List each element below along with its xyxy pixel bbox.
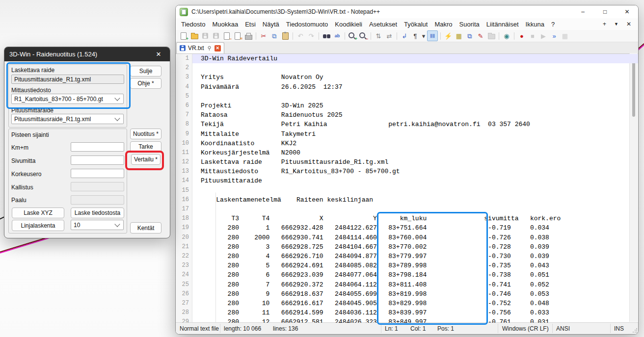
editor[interactable]: 13D-Win Raidevertailu23Yritys Novatron O… bbox=[176, 54, 638, 323]
laske-tiedostosta-button[interactable]: Laske tiedostosta bbox=[71, 207, 124, 218]
menu-työkalut[interactable]: Työkalut bbox=[401, 20, 431, 29]
editor-line[interactable]: 16 Laskentamenetelmä Raiteen keskilinjaa… bbox=[176, 195, 638, 205]
menu-tiedostomuoto[interactable]: Tiedostomuoto bbox=[283, 20, 332, 29]
laske-xyz-button[interactable]: Laske XYZ bbox=[12, 207, 64, 218]
linjalaskenta-count-combo[interactable]: 10 bbox=[71, 220, 124, 230]
editor-line[interactable]: 13D-Win Raidevertailu bbox=[176, 54, 638, 63]
status-eol[interactable]: Windows (CR LF) bbox=[502, 323, 549, 334]
run-macro-multiple-icon[interactable]: » bbox=[549, 31, 559, 41]
open-folder-icon[interactable] bbox=[189, 31, 199, 41]
editor-line[interactable]: 20 280 2000 6662930.741 2484114.460 83+7… bbox=[176, 233, 638, 242]
editor-line[interactable]: 3Yritys Novatron Oy bbox=[176, 73, 638, 82]
close-all-documents-icon[interactable]: = bbox=[233, 31, 242, 41]
editor-line[interactable]: 2 bbox=[176, 63, 638, 73]
menu-suorita[interactable]: Suorita bbox=[456, 20, 483, 29]
sivumitta-input[interactable] bbox=[71, 156, 124, 165]
file-browser-icon[interactable] bbox=[486, 31, 496, 41]
close-doc-icon[interactable]: ✕ bbox=[626, 21, 631, 27]
editor-line[interactable]: 4Päivämäärä 26.6.2025 12:37 bbox=[176, 82, 638, 92]
status-ins[interactable]: INS bbox=[614, 323, 624, 334]
editor-line[interactable]: 11Korkeusjärjestelmä N2000 bbox=[176, 148, 638, 157]
editor-line[interactable]: 29 280 12 6662912.581 2484026.323 83+849… bbox=[176, 317, 638, 323]
korkeusero-input[interactable] bbox=[71, 169, 124, 178]
cut-icon[interactable]: ✂ bbox=[259, 31, 268, 41]
save-all-icon[interactable] bbox=[211, 31, 221, 41]
paste-icon[interactable] bbox=[280, 31, 290, 41]
resize-grip[interactable] bbox=[632, 328, 637, 333]
menu-näytä[interactable]: Näytä bbox=[259, 20, 283, 29]
editor-line[interactable]: 19 280 1 6662932.428 2484122.627 83+751.… bbox=[176, 223, 638, 233]
editor-line[interactable]: 27 280 10 6662916.617 2484045.905 83+829… bbox=[176, 299, 638, 308]
menu-muokkaa[interactable]: Muokkaa bbox=[209, 20, 242, 29]
status-encoding[interactable]: ANSI bbox=[556, 323, 570, 334]
menu-liitännäiset[interactable]: Liitännäiset bbox=[483, 20, 522, 29]
menu-help[interactable]: ? bbox=[548, 20, 558, 29]
editor-line[interactable]: 13Mittaustiedosto R1_Kartoitus_83+700 - … bbox=[176, 167, 638, 176]
km-m-input[interactable] bbox=[71, 142, 124, 152]
doc-list-dropdown-icon[interactable]: ▼ bbox=[614, 22, 618, 26]
editor-line[interactable]: 21 280 3 6662928.725 2484104.667 83+770.… bbox=[176, 242, 638, 252]
new-tab-icon[interactable]: + bbox=[603, 21, 606, 27]
tarke-button[interactable]: Tarke bbox=[130, 141, 161, 152]
minimize-button[interactable]: – bbox=[572, 5, 594, 18]
dialog-close-icon[interactable]: ✕ bbox=[152, 51, 165, 58]
show-symbols-dropdown-icon[interactable]: ▾ bbox=[421, 31, 426, 41]
view-eye-icon[interactable]: ◉ bbox=[502, 31, 511, 41]
editor-line[interactable]: 15 bbox=[176, 186, 638, 195]
menu-asetukset[interactable]: Asetukset bbox=[366, 20, 401, 29]
linjalaskenta-button[interactable]: Linjalaskenta bbox=[12, 220, 64, 231]
function-list-icon[interactable]: ▦ bbox=[454, 31, 464, 41]
menu-etsi[interactable]: Etsi bbox=[242, 20, 259, 29]
editor-line[interactable]: 12Laskettava raide Pituusmittausraide_R1… bbox=[176, 157, 638, 167]
editor-line[interactable]: 14Pituusmittaraide bbox=[176, 176, 638, 185]
folder-as-workspace-icon[interactable]: ⧉ bbox=[465, 31, 475, 41]
word-wrap-icon[interactable]: ↲ bbox=[400, 31, 409, 41]
sulje-button[interactable]: Sulje bbox=[130, 66, 161, 77]
notepad-titlebar[interactable]: C:\Users\petri.kaihia\Documents\3D-Syste… bbox=[176, 5, 638, 18]
editor-line[interactable]: 22 280 4 6662926.710 2484094.877 83+779.… bbox=[176, 252, 638, 261]
editor-line[interactable]: 25 280 7 6662920.372 2484064.112 83+811.… bbox=[176, 280, 638, 289]
zoom-in-icon[interactable]: + bbox=[348, 31, 357, 41]
new-file-icon[interactable]: + bbox=[179, 31, 188, 41]
show-all-characters-icon[interactable]: ¶ bbox=[410, 31, 420, 41]
dialog-titlebar[interactable]: 3D-Win - Raidenuotitus (1.524) ✕ bbox=[4, 47, 170, 61]
editor-line[interactable]: 26 280 9 6662918.637 2484055.699 83+819.… bbox=[176, 289, 638, 299]
tab-vr-txt[interactable]: VR.txt ✕ bbox=[176, 42, 224, 53]
pituusmittaraide-combo[interactable]: Pituusmittausraide_R1.tg.xml bbox=[11, 114, 124, 124]
tab-close-icon[interactable]: ✕ bbox=[215, 45, 221, 52]
menu-koodikieli[interactable]: Koodikieli bbox=[331, 20, 366, 29]
copy-icon[interactable]: ⧉ bbox=[269, 31, 279, 41]
indent-guide-icon[interactable]: ≣ bbox=[427, 30, 438, 41]
macro-shortcut-icon[interactable]: ▦ bbox=[560, 31, 570, 41]
editor-line[interactable]: 8Tekijä Petri Kaihia petri.kaihia@novatr… bbox=[176, 120, 638, 129]
zoom-out-icon[interactable]: – bbox=[358, 31, 368, 41]
undo-icon[interactable]: ↶ bbox=[295, 31, 305, 41]
menu-tiedosto[interactable]: Tiedosto bbox=[178, 20, 209, 29]
save-icon[interactable] bbox=[200, 31, 210, 41]
ohje-button[interactable]: Ohje * bbox=[130, 78, 161, 89]
editor-line[interactable]: 17 bbox=[176, 205, 638, 214]
stop-macro-icon[interactable]: ■ bbox=[528, 31, 537, 41]
mittaustiedosto-combo[interactable]: R1_Kartoitus_83+700 - 85+700.gt bbox=[11, 94, 124, 104]
menu-makro[interactable]: Makro bbox=[431, 20, 456, 29]
close-button[interactable]: ✕ bbox=[616, 5, 638, 18]
editor-line[interactable]: 24 280 6 6662923.039 2484077.064 83+798.… bbox=[176, 270, 638, 280]
nuotitus-button[interactable]: Nuotitus * bbox=[130, 129, 161, 139]
document-switcher-icon[interactable]: ✎ bbox=[476, 31, 485, 41]
sync-horizontal-scroll-icon[interactable]: ⇄ bbox=[384, 31, 394, 41]
close-document-icon[interactable]: – bbox=[222, 31, 232, 41]
editor-line[interactable]: 9Mittalaite Takymetri bbox=[176, 130, 638, 139]
editor-line[interactable]: 10Koordinaatisto KKJ2 bbox=[176, 139, 638, 148]
print-icon[interactable] bbox=[243, 31, 253, 41]
find-icon[interactable] bbox=[322, 31, 331, 41]
editor-line[interactable]: 6Projekti 3D-Win 2025 bbox=[176, 101, 638, 110]
tab-pin-icon[interactable] bbox=[207, 46, 212, 51]
editor-line[interactable]: 7Rataosa Raidenuotus 2025 bbox=[176, 110, 638, 120]
maximize-button[interactable]: □ bbox=[594, 5, 616, 18]
record-macro-icon[interactable]: ● bbox=[517, 31, 527, 41]
editor-line[interactable]: 18 T3 T4 X Y km_luku sivumitta kork.ero bbox=[176, 214, 638, 223]
vertailu-button[interactable]: Vertailu * bbox=[131, 154, 161, 165]
redo-icon[interactable]: ↷ bbox=[306, 31, 316, 41]
menu-ikkuna[interactable]: Ikkuna bbox=[522, 20, 548, 29]
replace-icon[interactable]: ab bbox=[332, 31, 342, 41]
